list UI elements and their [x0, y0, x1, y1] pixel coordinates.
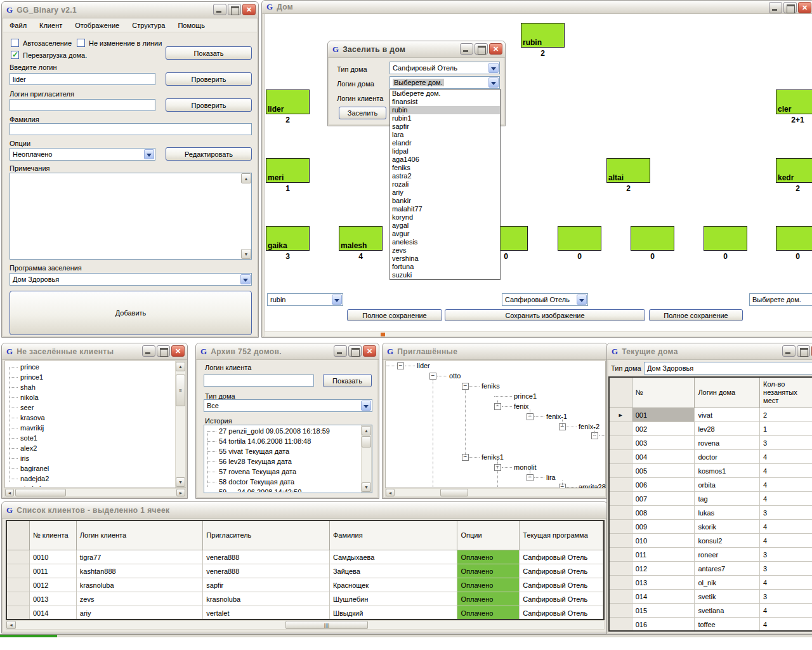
column-header[interactable]: № клиента — [30, 521, 77, 550]
grid-cell[interactable]: 012 — [632, 562, 695, 576]
grid-cell[interactable]: Оплачено — [457, 592, 520, 606]
tree-node[interactable]: fenix — [514, 402, 528, 410]
grid-cell[interactable]: 4 — [760, 520, 812, 534]
dropdown-item[interactable]: rubin1 — [390, 114, 500, 123]
table-row[interactable]: ►001vivat2 — [610, 408, 812, 422]
column-header[interactable]: Пригласитель — [203, 521, 330, 550]
menu-item[interactable]: Клиент — [33, 18, 69, 32]
grid-cell[interactable]: 0014 — [30, 606, 77, 620]
dropdown-item[interactable]: rubin — [390, 106, 500, 114]
table-row[interactable]: 008lukas3 — [610, 506, 812, 520]
house-type-combo[interactable]: Дом Здоровья — [644, 362, 812, 375]
list-item[interactable]: iris — [6, 453, 174, 463]
table-row[interactable]: 0011kashtan888venera888ЗайцеваОплаченоСа… — [7, 564, 603, 578]
grid-cell[interactable]: vertalet — [203, 606, 330, 620]
tree-node[interactable]: lira — [546, 474, 556, 481]
dropdown-item[interactable]: rozali — [390, 180, 500, 189]
grid-cell[interactable]: orbita — [695, 478, 760, 492]
chevron-down-icon[interactable] — [361, 401, 371, 411]
grid-cell[interactable]: kashtan888 — [77, 564, 204, 578]
table-row[interactable]: 0014ariyvertaletШвыдкийОплаченоСапфировы… — [7, 606, 603, 620]
table-row[interactable]: 0010tigra77venera888СамдыхаеваОплаченоСа… — [7, 550, 603, 564]
grid-cell[interactable]: kosmos1 — [695, 464, 760, 478]
grid-cell[interactable]: sapfir — [203, 578, 330, 592]
row-selector[interactable] — [610, 436, 632, 450]
save-image-button[interactable]: Сохранить изображение — [445, 309, 645, 321]
grid-cell[interactable]: venera888 — [203, 564, 330, 578]
dropdown-item[interactable]: aygal — [390, 222, 500, 230]
grid-cell[interactable]: Краснощек — [330, 578, 458, 592]
house-box[interactable] — [776, 226, 812, 251]
grid-cell[interactable]: vivat — [695, 408, 760, 422]
row-selector[interactable] — [7, 564, 30, 578]
grid-cell[interactable]: 0010 — [30, 550, 77, 564]
row-selector[interactable] — [610, 576, 632, 590]
list-item[interactable]: nadejda2 — [6, 474, 174, 484]
dropdown-item[interactable]: sapfir — [390, 123, 500, 131]
tree-node[interactable]: amrita28 — [579, 483, 606, 488]
grid-cell[interactable]: konsul2 — [695, 534, 760, 548]
full-save-button-1[interactable]: Полное сохранение — [347, 309, 442, 321]
grid-cell[interactable]: Сапфировый Отель — [520, 550, 603, 564]
check-inviter-button[interactable]: Проверить — [166, 98, 252, 112]
grid-cell[interactable]: ol_nik — [695, 576, 760, 590]
house-box[interactable]: cler — [776, 90, 812, 114]
grid-cell[interactable]: 3 — [760, 562, 812, 576]
house-box[interactable]: malesh — [339, 226, 383, 251]
dropdown-item[interactable]: avgur — [390, 230, 500, 238]
grid-cell[interactable]: tigra77 — [77, 550, 204, 564]
dropdown-item[interactable]: lara — [390, 131, 500, 139]
dropdown-item[interactable]: bankir — [390, 197, 500, 205]
table-row[interactable]: 010konsul24 — [610, 534, 812, 548]
column-header[interactable]: Логин клиента — [77, 521, 204, 550]
chevron-down-icon[interactable] — [332, 295, 342, 305]
chevron-down-icon[interactable] — [577, 295, 587, 305]
grid-cell[interactable]: zevs — [77, 592, 204, 606]
maximize-button[interactable] — [348, 345, 362, 357]
house-box[interactable] — [704, 226, 747, 251]
dropdown-item[interactable]: vershina — [390, 255, 500, 263]
client-login-input[interactable] — [204, 375, 314, 387]
inviter-input[interactable] — [10, 99, 155, 111]
dropdown-item[interactable]: malahit77 — [390, 205, 500, 213]
grid-cell[interactable]: 015 — [632, 604, 695, 618]
grid-cell[interactable]: Сапфировый Отель — [520, 592, 603, 606]
row-selector[interactable] — [610, 492, 632, 506]
menu-item[interactable]: Структура — [126, 18, 171, 32]
table-row[interactable]: 012antares73 — [610, 562, 812, 576]
dropdown-item[interactable]: suzuki — [390, 271, 500, 279]
scroll-left-icon[interactable]: ◄ — [386, 489, 395, 496]
house-box[interactable]: gaika — [266, 226, 310, 251]
row-selector[interactable] — [610, 562, 632, 576]
chevron-down-icon[interactable] — [488, 63, 499, 73]
house-type-combo[interactable]: Сапфировый Отель — [502, 293, 588, 306]
grid-cell[interactable]: 4 — [760, 576, 812, 590]
scroll-left-icon[interactable]: ◄ — [6, 621, 16, 629]
grid-cell[interactable]: 4 — [760, 450, 812, 464]
dropdown-item[interactable]: astra2 — [390, 172, 500, 180]
minimize-button[interactable] — [460, 43, 473, 55]
column-header[interactable]: Логин дома — [695, 378, 760, 408]
grid-cell[interactable]: svetlana — [695, 604, 760, 618]
scroll-left-icon[interactable]: ◄ — [5, 489, 14, 496]
full-save-button-2[interactable]: Полное сохранение — [649, 309, 743, 321]
grid-cell[interactable]: 014 — [632, 590, 695, 604]
row-selector[interactable] — [610, 464, 632, 478]
dropdown-item[interactable]: ariy — [390, 189, 500, 197]
grid-cell[interactable]: venera888 — [203, 550, 330, 564]
scroll-up-icon[interactable]: ▲ — [241, 173, 251, 183]
grid-cell[interactable]: Оплачено — [457, 578, 520, 592]
close-button[interactable]: ✕ — [242, 4, 256, 15]
list-item[interactable]: bagiranel — [6, 463, 174, 474]
chevron-down-icon[interactable] — [488, 77, 499, 88]
vertical-scrollbar[interactable]: ▲ ▼ — [361, 425, 372, 493]
grid-cell[interactable]: lev28 — [695, 422, 760, 436]
dropdown-item[interactable]: zevs — [390, 246, 500, 255]
list-item[interactable]: sote1 — [6, 433, 174, 443]
table-row[interactable]: 011roneer3 — [610, 548, 812, 562]
row-selector[interactable] — [7, 550, 30, 564]
list-item[interactable]: 57 rovena Текущая дата — [204, 467, 360, 477]
vertical-scrollbar[interactable]: ▲ ≡ ▼ — [175, 361, 186, 488]
grid-cell[interactable]: 2 — [760, 408, 812, 422]
grid-cell[interactable]: krasnoluba — [203, 592, 330, 606]
